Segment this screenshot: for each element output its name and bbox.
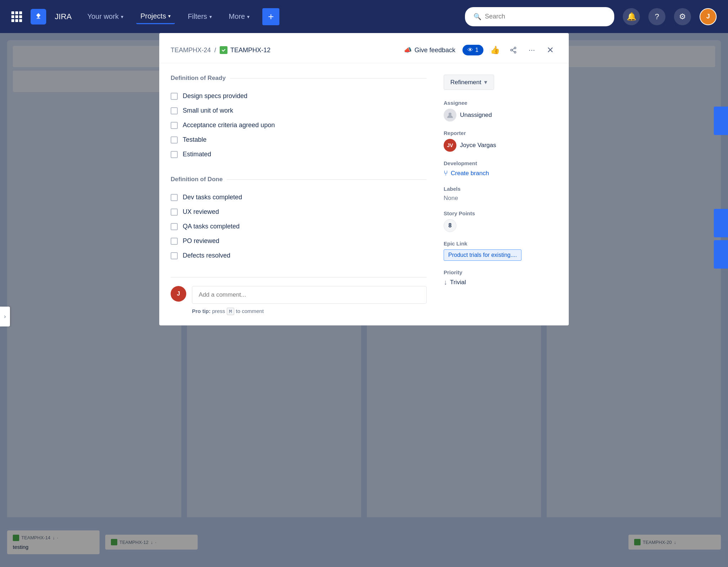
feedback-icon: 📣 <box>404 46 412 54</box>
svg-line-4 <box>512 48 514 50</box>
watch-button[interactable]: 👁 1 <box>462 45 483 55</box>
checkbox-dev-tasks[interactable] <box>171 194 178 201</box>
reporter-avatar: JV <box>444 139 456 152</box>
modal-header: TEAMPHX-24 / TEAMPHX-12 📣 Give feedback … <box>159 33 569 63</box>
help-button[interactable]: ? <box>648 8 665 25</box>
right-edge-button-3[interactable] <box>714 240 728 269</box>
create-branch-label: Create branch <box>451 170 489 177</box>
breadcrumb-parent[interactable]: TEAMPHX-24 <box>171 47 211 54</box>
right-edge-button-2[interactable] <box>714 209 728 237</box>
issue-type-icon <box>220 46 228 54</box>
list-item: Dev tasks completed <box>171 190 427 205</box>
notifications-button[interactable]: 🔔 <box>623 8 640 25</box>
your-work-chevron: ▾ <box>121 14 123 20</box>
comment-input[interactable] <box>192 286 427 304</box>
section-divider <box>230 78 427 79</box>
keyboard-shortcut: M <box>227 308 235 315</box>
definition-of-ready-section: Definition of Ready Design specs provide… <box>171 75 427 162</box>
reporter-field: Reporter JV Joyce Vargas <box>444 130 557 152</box>
story-points-field: Story Points 8 <box>444 210 557 232</box>
breadcrumb: TEAMPHX-24 / TEAMPHX-12 <box>171 46 395 54</box>
svg-point-3 <box>511 49 513 51</box>
checkbox-ux[interactable] <box>171 209 178 216</box>
reporter-name: Joyce Vargas <box>460 142 496 149</box>
epic-link-label: Epic Link <box>444 241 557 247</box>
comment-section: J Pro tip: press M to comment <box>171 277 427 314</box>
list-item: UX reviewed <box>171 205 427 219</box>
more-chevron: ▾ <box>247 14 250 20</box>
create-branch-link[interactable]: ⑂ Create branch <box>444 169 557 177</box>
eye-icon: 👁 <box>467 47 473 53</box>
issue-modal: TEAMPHX-24 / TEAMPHX-12 📣 Give feedback … <box>159 33 569 325</box>
settings-button[interactable]: ⚙ <box>674 8 691 25</box>
labels-field: Labels None <box>444 186 557 202</box>
assignee-avatar <box>444 109 456 122</box>
list-item: Small unit of work <box>171 103 427 118</box>
reporter-label: Reporter <box>444 130 557 136</box>
sidebar-toggle[interactable]: › <box>0 307 10 326</box>
development-field: Development ⑂ Create branch <box>444 160 557 177</box>
epic-link-value[interactable]: Product trials for existing.... <box>444 249 521 261</box>
labels-value[interactable]: None <box>444 195 458 201</box>
checkbox-defects[interactable] <box>171 252 178 259</box>
projects-chevron: ▾ <box>168 13 171 19</box>
svg-point-2 <box>514 52 516 53</box>
definition-of-ready-title: Definition of Ready <box>171 75 427 82</box>
checkbox-small-unit[interactable] <box>171 107 178 114</box>
sprint-chevron: ▾ <box>484 79 487 86</box>
checkbox-estimated[interactable] <box>171 151 178 158</box>
pro-tip: Pro tip: press M to comment <box>192 308 427 314</box>
breadcrumb-current: TEAMPHX-12 <box>220 46 271 54</box>
svg-line-5 <box>512 50 514 52</box>
sprint-label: Refinement <box>450 79 481 86</box>
right-edge-buttons <box>714 107 728 269</box>
assignee-label: Assignee <box>444 100 557 106</box>
right-panel: Refinement ▾ Assignee Unassigned <box>444 75 557 314</box>
svg-point-1 <box>514 47 516 49</box>
list-item: Defects resolved <box>171 248 427 263</box>
your-work-nav[interactable]: Your work ▾ <box>83 10 128 23</box>
create-button[interactable]: + <box>262 8 279 25</box>
sprint-button[interactable]: Refinement ▾ <box>444 75 494 90</box>
list-item: PO reviewed <box>171 234 427 248</box>
jira-logo <box>31 9 46 25</box>
checkbox-testable[interactable] <box>171 136 178 144</box>
branch-icon: ⑂ <box>444 169 448 177</box>
search-bar[interactable]: 🔍 <box>465 7 614 26</box>
assignee-value[interactable]: Unassigned <box>444 109 557 122</box>
apps-icon[interactable] <box>11 11 22 22</box>
navbar: JIRA Your work ▾ Projects ▾ Filters ▾ Mo… <box>0 0 728 33</box>
checkbox-po[interactable] <box>171 238 178 245</box>
user-avatar[interactable]: J <box>700 8 717 25</box>
development-label: Development <box>444 160 557 166</box>
priority-value[interactable]: ↓ Trivial <box>444 278 557 286</box>
definition-of-done-title: Definition of Done <box>171 176 427 183</box>
priority-label: Priority <box>444 269 557 275</box>
list-item: Acceptance criteria agreed upon <box>171 118 427 133</box>
story-points-value[interactable]: 8 <box>444 219 456 232</box>
assignee-field: Assignee Unassigned <box>444 100 557 122</box>
projects-nav[interactable]: Projects ▾ <box>136 9 175 24</box>
more-button[interactable]: ··· <box>525 43 539 57</box>
give-feedback-button[interactable]: 📣 Give feedback <box>401 43 458 57</box>
definition-of-done-checklist: Dev tasks completed UX reviewed QA tasks… <box>171 190 427 263</box>
thumbsup-button[interactable]: 👍 <box>488 43 502 57</box>
right-edge-button-1[interactable] <box>714 107 728 135</box>
filters-nav[interactable]: Filters ▾ <box>183 10 216 23</box>
checkbox-qa[interactable] <box>171 223 178 230</box>
checkbox-acceptance[interactable] <box>171 122 178 129</box>
search-input[interactable] <box>485 13 606 20</box>
issue-key[interactable]: TEAMPHX-12 <box>230 47 271 54</box>
give-feedback-label: Give feedback <box>414 47 455 54</box>
more-nav[interactable]: More ▾ <box>225 10 254 23</box>
checkbox-design-specs[interactable] <box>171 93 178 100</box>
comment-input-row: J <box>171 286 427 304</box>
filters-chevron: ▾ <box>209 14 212 20</box>
brand-label: JIRA <box>55 12 72 21</box>
reporter-value[interactable]: JV Joyce Vargas <box>444 139 557 152</box>
definition-of-done-section: Definition of Done Dev tasks completed U… <box>171 176 427 263</box>
assignee-name: Unassigned <box>460 112 492 119</box>
close-button[interactable]: ✕ <box>543 43 557 57</box>
share-button[interactable] <box>506 43 520 57</box>
modal-body: Definition of Ready Design specs provide… <box>159 63 569 325</box>
